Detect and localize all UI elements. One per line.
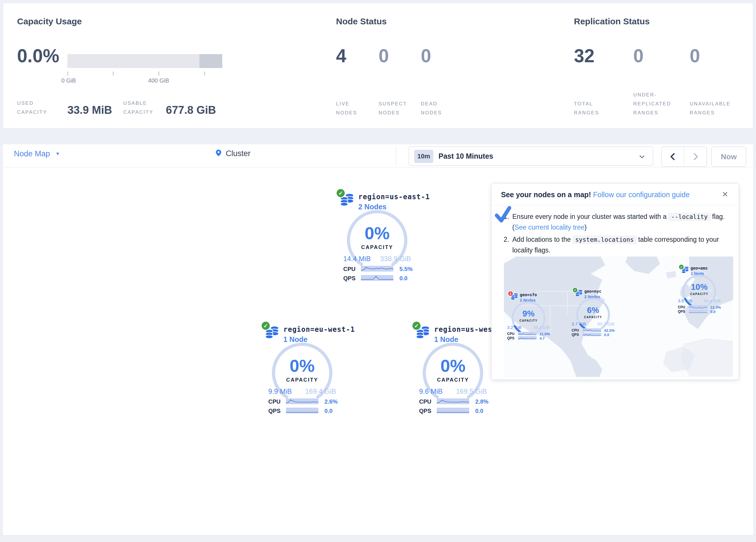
capacity-percent: 6% — [575, 306, 611, 315]
usable-capacity-value: 677.8 GiB — [166, 104, 216, 116]
qps-label: QPS — [419, 408, 431, 414]
capacity-label: CAPACITY — [421, 377, 485, 383]
chevron-down-icon — [638, 153, 645, 161]
time-step-buttons — [661, 146, 707, 167]
popup-title: See your nodes on a map! — [501, 190, 591, 199]
cpu-value: 5.5% — [399, 266, 413, 273]
capacity-usage-bar-dark-segment — [199, 54, 222, 68]
configuration-guide-link[interactable]: Follow our configuration guide — [593, 190, 690, 199]
capacity-label: CAPACITY — [270, 377, 334, 383]
cpu-sparkline — [518, 332, 537, 335]
time-range-badge: 10m — [414, 150, 433, 163]
view-selector-dropdown[interactable]: Node Map▾ — [14, 149, 59, 158]
total-ranges-count: 32 — [574, 47, 594, 65]
time-step-back-button[interactable] — [662, 147, 684, 166]
capacity-tick-label: 0 GiB — [61, 77, 76, 84]
warning-badge-icon: 1 — [508, 291, 513, 297]
cpu-label: CPU — [572, 328, 579, 333]
world-map-preview: 1 geo=sfo 2 Nodes 9% CAPACITY 3.2 GiB 35… — [504, 256, 733, 377]
cpu-value: 2.8% — [475, 398, 489, 405]
usable-capacity-label: USABLE CAPACITY — [123, 99, 153, 117]
instruction-step-1: 1.Ensure every node in your cluster was … — [504, 211, 729, 232]
qps-value: 0.0 — [324, 408, 333, 414]
now-button[interactable]: Now — [711, 146, 746, 167]
cluster-overview-screen: Capacity Usage 0.0% 0 GiB 400 GiB USED C… — [0, 0, 756, 542]
suspect-nodes-label: SUSPECT NODES — [379, 99, 407, 117]
region-card-us-west-1[interactable]: ✓ region=us-west-1 1 Node 0% CAPACITY 9.… — [411, 321, 495, 419]
qps-sparkline — [689, 310, 707, 313]
footer-strip — [0, 535, 756, 542]
capacity-percent: 0% — [270, 357, 334, 375]
qps-label: QPS — [343, 275, 355, 282]
cpu-label: CPU — [678, 305, 685, 309]
instruction-step-2: 2.Add locations to the system.locations … — [504, 234, 729, 255]
close-icon[interactable]: ✕ — [722, 190, 728, 199]
locality-flag-code: --locality — [668, 213, 710, 221]
live-nodes-count: 4 — [336, 47, 346, 65]
healthy-check-icon: ✓ — [412, 321, 421, 331]
cpu-label: CPU — [419, 398, 431, 405]
qps-value: 0.0 — [399, 275, 408, 282]
cpu-sparkline — [583, 328, 601, 332]
capacity-tick — [204, 71, 205, 76]
breadcrumb[interactable]: Cluster — [215, 148, 251, 159]
step-text: Add locations to the — [512, 236, 572, 243]
qps-sparkline — [437, 408, 469, 414]
unavailable-ranges-label: UNAVAILABLE RANGES — [690, 99, 731, 117]
view-toolbar: Node Map▾ Cluster 10m Past 10 Minutes No… — [3, 144, 753, 167]
capacity-percent: 0% — [421, 357, 485, 375]
qps-value: 0.0 — [604, 333, 609, 337]
map-node-card-nyc[interactable]: ✓ geo=nyc 2 Nodes 6% CAPACITY 3.7 GiB 65… — [570, 285, 616, 337]
capacity-total-value: 169.5 GiB — [456, 387, 487, 396]
stats-summary-panel: Capacity Usage 0.0% 0 GiB 400 GiB USED C… — [3, 3, 753, 128]
capacity-tick-label: 400 GiB — [148, 77, 169, 84]
qps-sparkline — [361, 275, 393, 281]
healthy-check-icon: ✓ — [261, 321, 271, 331]
capacity-total-value: 35.1 GiB — [533, 325, 550, 330]
step-text: ) — [584, 223, 587, 231]
time-range-select[interactable]: 10m Past 10 Minutes — [409, 146, 653, 166]
map-node-card-sfo[interactable]: 1 geo=sfo 2 Nodes 9% CAPACITY 3.2 GiB 35… — [505, 289, 552, 341]
dead-nodes-label: DEAD NODES — [421, 99, 442, 117]
locality-tree-link[interactable]: See current locality tree — [515, 223, 585, 231]
region-card-eu-west-1[interactable]: ✓ region=eu-west-1 1 Node 0% CAPACITY 9.… — [260, 321, 344, 419]
region-card-us-east-1[interactable]: ✓ region=us-east-1 2 Nodes 0% CAPACITY 1… — [335, 188, 419, 287]
replication-status-title: Replication Status — [574, 16, 650, 26]
geo-name: geo=sfo — [520, 293, 537, 297]
region-name: region=us-east-1 — [358, 193, 430, 201]
healthy-check-icon: ✓ — [336, 188, 346, 198]
map-node-card-ams[interactable]: ✓ geo=ams 1 Node 10% CAPACITY 3.6 GiB 34… — [676, 262, 722, 314]
capacity-used-value: 9.6 MiB — [419, 387, 443, 396]
capacity-total-value: 34.4 GiB — [704, 298, 721, 303]
qps-label: QPS — [268, 408, 280, 414]
step-text: Ensure every node in your cluster was st… — [512, 213, 668, 220]
popup-header: See your nodes on a map! Follow our conf… — [491, 183, 739, 205]
total-ranges-label: TOTAL RANGES — [574, 99, 599, 117]
view-selector-label: Node Map — [14, 149, 50, 158]
qps-value: 0.0 — [475, 408, 483, 414]
capacity-used-value: 14.4 MiB — [343, 255, 371, 263]
qps-sparkline — [583, 333, 601, 336]
capacity-tick — [67, 71, 68, 76]
dead-nodes-count: 0 — [421, 47, 431, 65]
qps-value: 4.7 — [540, 336, 545, 341]
locality-setup-popup: See your nodes on a map! Follow our conf… — [491, 183, 739, 380]
capacity-usage-percent: 0.0% — [17, 47, 59, 65]
qps-label: QPS — [507, 336, 514, 340]
time-range-label: Past 10 Minutes — [438, 152, 493, 160]
under-replicated-count: 0 — [633, 47, 644, 65]
region-name: region=eu-west-1 — [283, 326, 355, 334]
capacity-percent: 0% — [345, 225, 409, 242]
time-step-forward-button[interactable] — [684, 147, 707, 166]
unavailable-ranges-count: 0 — [690, 47, 700, 65]
qps-sparkline — [518, 336, 537, 340]
healthy-check-icon: ✓ — [678, 264, 684, 270]
capacity-used-value: 3.6 GiB — [678, 298, 692, 303]
cpu-sparkline — [361, 266, 393, 272]
cpu-label: CPU — [343, 266, 355, 273]
cpu-value: 11.0% — [540, 332, 550, 336]
capacity-label: CAPACITY — [345, 244, 409, 250]
geo-name: geo=nyc — [584, 289, 601, 294]
capacity-tick — [113, 71, 113, 76]
cpu-value: 2.6% — [324, 398, 338, 405]
